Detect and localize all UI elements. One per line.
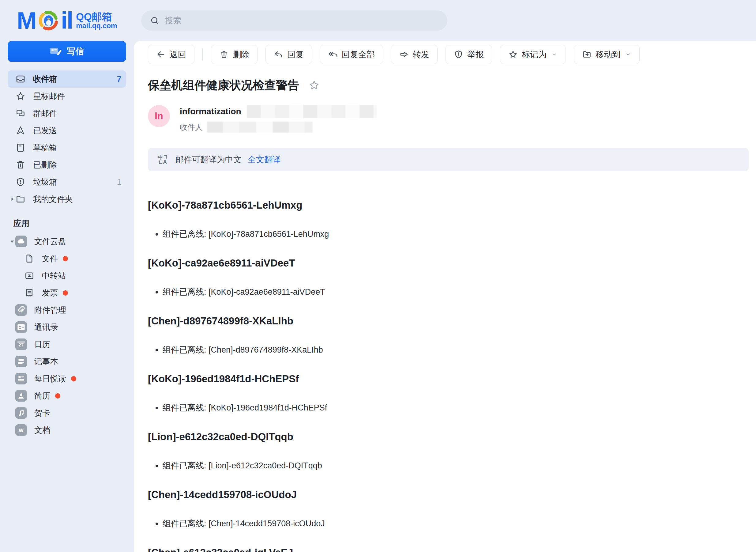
sidebar-item-label: 每日悦读: [34, 374, 66, 384]
toolbar-forward-button[interactable]: 转发: [391, 45, 437, 64]
delete-icon: [219, 50, 229, 59]
component-status-item: 组件已离线: [Chen]-14cedd159708-icOUdoJ: [163, 518, 749, 529]
mail-toolbar: 返回删除回复回复全部转发举报标记为移动到: [148, 45, 749, 64]
toolbar-button-label: 移动到: [596, 49, 620, 60]
sidebar: 写信 收件箱7星标邮件群邮件已发送草稿箱已删除垃圾箱1我的文件夹 应用 文件云盘…: [0, 41, 134, 552]
sidebar-item-junk[interactable]: 垃圾箱1: [8, 173, 126, 190]
component-section: [KoKo]-ca92ae6e8911-aiVDeeT组件已离线: [KoKo]…: [148, 256, 749, 297]
search-input[interactable]: [164, 16, 439, 26]
toolbar-button-label: 转发: [413, 49, 429, 60]
sender-avatar[interactable]: In: [148, 105, 170, 127]
component-section: [Lion]-e612c32ca0ed-DQITqqb组件已离线: [Lion]…: [148, 430, 749, 471]
toolbar-move-to-button[interactable]: 移动到: [574, 45, 640, 64]
star-subject-icon[interactable]: [308, 79, 320, 91]
component-status-list: 组件已离线: [KoKo]-ca92ae6e8911-aiVDeeT: [148, 286, 749, 297]
sidebar-item-label: 贺卡: [34, 408, 50, 418]
drafts-icon: [15, 142, 26, 153]
move-to-icon: [582, 50, 592, 59]
svg-text:A: A: [163, 159, 167, 165]
sidebar-item-docs[interactable]: W文档: [8, 421, 126, 439]
logo-text-m: M: [17, 9, 36, 32]
sidebar-item-label: 附件管理: [34, 305, 66, 315]
sidebar-item-label: 群邮件: [33, 108, 57, 119]
email-subject: 保垒机组件健康状况检查警告: [148, 78, 299, 93]
caret-down-icon[interactable]: [9, 238, 16, 245]
sender-block: In informatization 收件人: [148, 105, 749, 133]
toolbar-back-button[interactable]: 返回: [148, 45, 194, 64]
cloud-drive-icon: [15, 236, 27, 247]
reply-all-icon: [328, 50, 338, 59]
sidebar-item-calendar[interactable]: 27日历: [8, 336, 126, 353]
component-status-item: 组件已离线: [Lion]-e612c32ca0ed-DQITqqb: [163, 460, 749, 471]
component-status-list: 组件已离线: [KoKo]-196ed1984f1d-HChEPSf: [148, 402, 749, 413]
translate-full-link[interactable]: 全文翻译: [248, 154, 281, 165]
toolbar-delete-button[interactable]: 删除: [211, 45, 257, 64]
sidebar-item-label: 星标邮件: [33, 91, 65, 102]
unread-count: 7: [117, 75, 121, 84]
invoice-icon: [24, 288, 35, 298]
sent-icon: [15, 125, 26, 136]
sidebar-item-label: 已发送: [33, 125, 57, 136]
sidebar-item-group-mail[interactable]: 群邮件: [8, 105, 126, 122]
folder-list: 收件箱7星标邮件群邮件已发送草稿箱已删除垃圾箱1我的文件夹: [0, 71, 134, 208]
compose-label: 写信: [67, 46, 84, 57]
sidebar-item-my-folders[interactable]: 我的文件夹: [8, 190, 126, 208]
sidebar-item-notebook[interactable]: 记事本: [8, 353, 126, 370]
sidebar-item-resume[interactable]: 简历: [8, 387, 126, 404]
sidebar-item-deleted[interactable]: 已删除: [8, 156, 126, 173]
component-status-item: 组件已离线: [KoKo]-196ed1984f1d-HChEPSf: [163, 402, 749, 413]
contacts-icon: [15, 321, 27, 333]
sidebar-item-starred[interactable]: 星标邮件: [8, 88, 126, 105]
sidebar-item-sent[interactable]: 已发送: [8, 122, 126, 139]
redacted-sender-address: [247, 105, 377, 118]
sidebar-item-label: 我的文件夹: [33, 194, 73, 204]
email-body: [KoKo]-78a871cb6561-LehUmxg组件已离线: [KoKo]…: [148, 198, 749, 552]
toolbar-reply-button[interactable]: 回复: [265, 45, 312, 64]
toolbar-mark-as-button[interactable]: 标记为: [500, 45, 566, 64]
component-status-item: 组件已离线: [Chen]-d897674899f8-XKaLIhb: [163, 344, 749, 355]
toolbar-button-label: 删除: [233, 49, 249, 60]
red-dot-badge: [55, 393, 60, 399]
sidebar-item-transfer-station[interactable]: 中转站: [8, 267, 126, 284]
sidebar-item-daily-reading[interactable]: 每日悦读: [8, 370, 126, 387]
sidebar-item-cloud-drive[interactable]: 文件云盘: [8, 233, 126, 250]
sidebar-item-attachment-manager[interactable]: 附件管理: [8, 301, 126, 318]
sidebar-item-greeting-card[interactable]: 贺卡: [8, 404, 126, 421]
toolbar-reply-all-button[interactable]: 回复全部: [320, 45, 383, 64]
component-status-list: 组件已离线: [Chen]-14cedd159708-icOUdoJ: [148, 518, 749, 529]
mark-as-icon: [508, 50, 518, 59]
service-domain: mail.qq.com: [76, 22, 117, 30]
component-heading: [Chen]-e612c32ca0ed-jqLVeEJ: [148, 546, 749, 552]
logo-text-il: il: [61, 9, 72, 32]
caret-right-icon[interactable]: [9, 196, 16, 202]
red-dot-badge: [71, 376, 76, 381]
search-bar[interactable]: [141, 10, 447, 31]
deleted-icon: [15, 160, 26, 170]
sidebar-item-label: 中转站: [42, 270, 66, 281]
component-status-list: 组件已离线: [Lion]-e612c32ca0ed-DQITqqb: [148, 460, 749, 471]
notebook-icon: [15, 356, 27, 367]
sidebar-item-drafts[interactable]: 草稿箱: [8, 139, 126, 156]
toolbar-divider: [202, 48, 203, 61]
svg-text:中: 中: [158, 154, 163, 160]
compose-button[interactable]: 写信: [8, 41, 126, 62]
qq-penguin-icon: [36, 9, 60, 32]
toolbar-report-button[interactable]: 举报: [445, 45, 492, 64]
component-heading: [KoKo]-196ed1984f1d-HChEPSf: [148, 372, 749, 386]
component-status-item: 组件已离线: [KoKo]-ca92ae6e8911-aiVDeeT: [163, 286, 749, 297]
sidebar-item-contacts[interactable]: 通讯录: [8, 318, 126, 336]
inbox-icon: [15, 74, 26, 84]
translate-icon: 中 A: [157, 153, 169, 166]
component-section: [Chen]-e612c32ca0ed-jqLVeEJ: [148, 546, 749, 552]
group-mail-icon: [15, 108, 26, 119]
sidebar-item-label: 文件: [42, 253, 58, 264]
sidebar-item-files[interactable]: 文件: [8, 250, 126, 267]
red-dot-badge: [63, 290, 68, 296]
qqmail-logo[interactable]: M il QQ邮箱 mail.qq.com: [17, 9, 117, 32]
sidebar-item-label: 简历: [34, 391, 50, 401]
sidebar-item-label: 日历: [34, 339, 50, 350]
sidebar-item-invoice[interactable]: 发票: [8, 284, 126, 301]
search-icon: [150, 16, 160, 25]
sidebar-item-inbox[interactable]: 收件箱7: [8, 71, 126, 88]
toolbar-button-label: 回复全部: [342, 49, 375, 60]
